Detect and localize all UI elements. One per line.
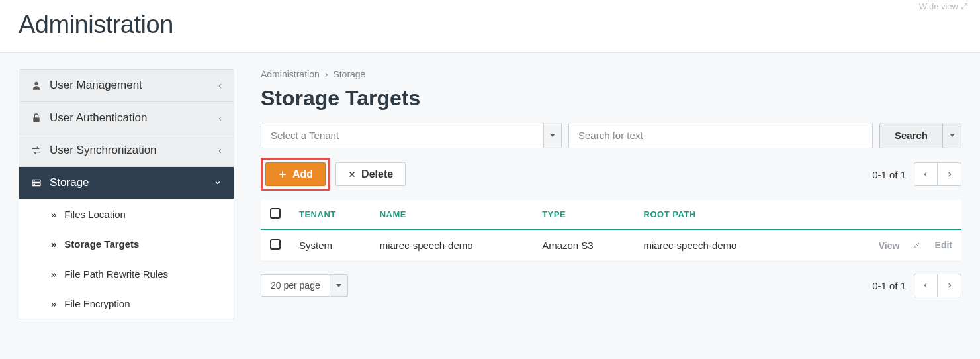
expand-icon: [961, 3, 968, 10]
sidebar-item-label: User Management: [50, 79, 218, 92]
next-page-button[interactable]: [938, 274, 961, 297]
delete-button[interactable]: Delete: [335, 162, 406, 186]
per-page-dropdown-button[interactable]: [330, 274, 348, 297]
select-all-checkbox[interactable]: [270, 208, 281, 219]
edit-link[interactable]: Edit: [913, 240, 952, 250]
chevron-left-icon: [922, 170, 929, 179]
svg-point-5: [34, 184, 34, 185]
chevron-left-icon: ‹: [218, 80, 222, 91]
chevron-left-icon: ‹: [218, 145, 222, 156]
sync-icon: [31, 145, 43, 156]
search-dropdown-button[interactable]: [943, 123, 961, 148]
add-button-highlight: Add: [261, 158, 330, 191]
pagination-summary: 0-1 of 1: [872, 280, 906, 291]
breadcrumb: Administration › Storage: [261, 69, 961, 79]
sidebar-item-user-management[interactable]: User Management ‹: [19, 70, 234, 102]
sidebar-sub-label: File Path Rewrite Rules: [64, 268, 168, 280]
wide-view-label: Wide view: [919, 1, 958, 11]
sidebar-sub-files-location[interactable]: Files Location: [19, 199, 234, 229]
svg-point-4: [34, 181, 34, 181]
cell-name: miarec-speech-demo: [371, 229, 533, 262]
tenant-select-value: Select a Tenant: [261, 123, 543, 148]
storage-icon: [31, 178, 43, 188]
next-page-button[interactable]: [938, 162, 961, 186]
breadcrumb-leaf: Storage: [333, 69, 365, 79]
per-page-value: 20 per page: [261, 274, 330, 297]
caret-down-icon: [950, 134, 955, 137]
chevron-left-icon: ‹: [218, 113, 222, 123]
sidebar-sub-label: Storage Targets: [64, 238, 139, 250]
cell-type: Amazon S3: [533, 229, 634, 262]
view-link[interactable]: View: [868, 240, 900, 251]
sidebar-item-label: Storage: [50, 176, 214, 189]
breadcrumb-root[interactable]: Administration: [261, 69, 320, 79]
table-row[interactable]: System miarec-speech-demo Amazon S3 miar…: [261, 229, 961, 262]
caret-down-icon: [336, 284, 341, 287]
storage-targets-table: TENANT NAME TYPE ROOT PATH System miarec…: [261, 200, 961, 262]
pagination-summary: 0-1 of 1: [872, 169, 906, 180]
sidebar: User Management ‹ User Authentication ‹ …: [19, 69, 234, 319]
chevron-right-icon: ›: [325, 69, 328, 79]
close-icon: [348, 170, 356, 178]
sidebar-sub-file-path-rewrite[interactable]: File Path Rewrite Rules: [19, 259, 234, 289]
lock-icon: [31, 113, 43, 123]
tenant-select-dropdown-button[interactable]: [543, 123, 562, 148]
add-button-label: Add: [292, 168, 313, 180]
sidebar-sub-storage-targets[interactable]: Storage Targets: [19, 229, 234, 259]
section-title: Storage Targets: [261, 86, 961, 111]
column-header-root-path[interactable]: ROOT PATH: [635, 200, 797, 229]
sidebar-item-user-synchronization[interactable]: User Synchronization ‹: [19, 134, 234, 167]
add-button[interactable]: Add: [265, 162, 326, 186]
tenant-select[interactable]: Select a Tenant: [261, 123, 562, 148]
column-header-type[interactable]: TYPE: [533, 200, 634, 229]
chevron-left-icon: [922, 281, 929, 290]
page-title: Administration: [19, 11, 961, 39]
chevron-right-icon: [946, 281, 953, 290]
svg-rect-1: [33, 117, 39, 122]
edit-icon: [913, 241, 921, 249]
row-checkbox[interactable]: [270, 239, 281, 250]
cell-root-path: miarec-speech-demo: [635, 229, 797, 262]
sidebar-item-label: User Synchronization: [50, 144, 218, 157]
prev-page-button[interactable]: [914, 162, 938, 186]
caret-down-icon: [550, 134, 555, 137]
sidebar-sub-label: File Encryption: [64, 298, 130, 309]
plus-icon: [278, 170, 287, 179]
prev-page-button[interactable]: [914, 274, 938, 297]
cell-tenant: System: [290, 229, 371, 262]
wide-view-toggle[interactable]: Wide view: [919, 1, 968, 11]
sidebar-item-label: User Authentication: [50, 111, 218, 125]
main-content: Administration › Storage Storage Targets…: [261, 69, 961, 297]
user-icon: [31, 80, 43, 91]
search-button[interactable]: Search: [879, 123, 943, 148]
chevron-right-icon: [946, 170, 953, 179]
column-header-tenant[interactable]: TENANT: [290, 200, 371, 229]
sidebar-sub-label: Files Location: [64, 209, 126, 220]
per-page-select[interactable]: 20 per page: [261, 274, 348, 297]
sidebar-item-storage[interactable]: Storage: [19, 167, 234, 199]
column-header-name[interactable]: NAME: [371, 200, 533, 229]
chevron-down-icon: [214, 179, 222, 187]
delete-button-label: Delete: [361, 168, 393, 180]
sidebar-item-user-authentication[interactable]: User Authentication ‹: [19, 102, 234, 134]
search-input[interactable]: [568, 123, 873, 148]
svg-point-0: [34, 82, 38, 85]
sidebar-sub-file-encryption[interactable]: File Encryption: [19, 289, 234, 319]
